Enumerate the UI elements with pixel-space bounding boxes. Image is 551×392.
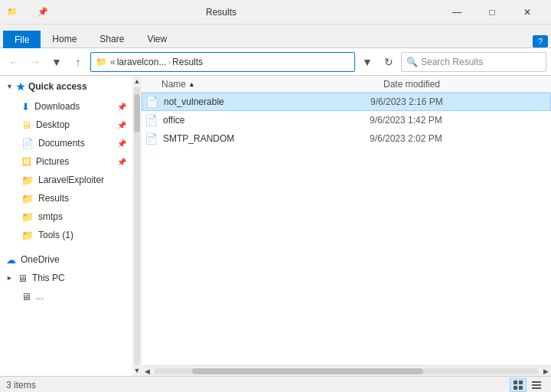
pictures-icon: 🖼 <box>21 156 31 168</box>
h-scroll-right[interactable]: ▶ <box>540 366 551 377</box>
sidebar-results-label: Results <box>38 193 69 204</box>
recent-locations-button[interactable]: ▼ <box>47 53 66 71</box>
results-icon: 📁 <box>21 193 34 204</box>
tab-file[interactable]: File <box>3 31 41 48</box>
col-header-date[interactable]: Date modified <box>380 76 548 92</box>
minimize-button[interactable]: — <box>439 0 474 24</box>
table-row[interactable]: 📄 office 9/6/2023 1:42 PM <box>142 111 551 129</box>
file-date-1: 9/6/2023 1:42 PM <box>370 115 548 126</box>
tab-view[interactable]: View <box>135 30 178 47</box>
sidebar-onedrive-label: OneDrive <box>21 254 60 265</box>
svg-rect-3 <box>519 386 523 390</box>
sidebar-pictures-label: Pictures <box>36 156 69 167</box>
file-date-2: 9/6/2023 2:02 PM <box>370 133 548 144</box>
sidebar-item-extra[interactable]: 🖥 ... <box>0 287 132 305</box>
sidebar-item-laravelexploiter[interactable]: 📁 LaravelExploiter <box>0 171 132 189</box>
sidebar-extra-label: ... <box>36 291 44 302</box>
address-dropdown-button[interactable]: ▼ <box>358 53 377 71</box>
back-button[interactable]: ← <box>5 53 23 71</box>
sidebar-item-desktop[interactable]: 🖥 Desktop 📌 <box>0 116 132 134</box>
table-row[interactable]: 📄 not_vulnerable 9/6/2023 2:16 PM <box>142 93 551 111</box>
file-pane: Name ▲ Date modified 📄 not_vulnerable 9/… <box>142 76 551 376</box>
sidebar-wrapper: ▼ ★ Quick access ⬇ Downloads 📌 🖥 Desktop… <box>0 76 142 376</box>
laravelexploiter-icon: 📁 <box>21 175 34 186</box>
svg-rect-0 <box>514 381 517 384</box>
sidebar-desktop-label: Desktop <box>36 119 70 130</box>
onedrive-icon: ☁ <box>6 254 16 266</box>
desktop-icon: 🖥 <box>21 119 31 131</box>
address-path[interactable]: 📁 « laravelcon... › Results <box>90 52 355 72</box>
svg-rect-4 <box>532 381 541 383</box>
smtps-icon: 📁 <box>21 211 34 223</box>
documents-icon: 📄 <box>21 138 34 149</box>
file-list: 📄 not_vulnerable 9/6/2023 2:16 PM 📄 offi… <box>142 93 551 365</box>
h-scroll-left[interactable]: ◀ <box>142 366 152 377</box>
tab-share[interactable]: Share <box>88 30 135 47</box>
svg-rect-6 <box>532 387 541 389</box>
grid-view-icon <box>513 380 523 390</box>
quick-access-header[interactable]: ▼ ★ Quick access <box>0 76 132 97</box>
file-date-0: 9/6/2023 2:16 PM <box>370 96 547 107</box>
file-icon-0: 📄 <box>145 96 159 108</box>
sidebar-item-smtps[interactable]: 📁 smtps <box>0 207 132 226</box>
status-item-count: 3 items <box>6 380 36 390</box>
pin-icon-documents: 📌 <box>117 139 126 148</box>
search-box[interactable]: 🔍 Search Results <box>401 52 546 72</box>
ribbon-tabs: File Home Share View ? <box>0 24 551 47</box>
file-name-2: SMTP_RANDOM <box>163 133 370 144</box>
refresh-button[interactable]: ↻ <box>380 53 398 71</box>
forward-button[interactable]: → <box>26 53 44 71</box>
sidebar-item-downloads[interactable]: ⬇ Downloads 📌 <box>0 97 132 116</box>
status-bar: 3 items <box>0 376 551 392</box>
downloads-icon: ⬇ <box>21 101 30 113</box>
h-scroll-thumb[interactable] <box>192 368 423 374</box>
sidebar-scroll-thumb[interactable] <box>134 94 140 132</box>
svg-rect-1 <box>519 381 523 384</box>
sidebar-smtps-label: smtps <box>38 211 63 222</box>
sidebar-documents-label: Documents <box>38 138 85 149</box>
sidebar-scroll-up[interactable]: ▲ <box>132 76 142 87</box>
sidebar-scroll-track <box>134 87 140 365</box>
address-separator: › <box>168 57 171 67</box>
tab-home[interactable]: Home <box>41 30 88 47</box>
close-button[interactable]: ✕ <box>510 0 545 24</box>
table-row[interactable]: 📄 SMTP_RANDOM 9/6/2023 2:02 PM <box>142 129 551 148</box>
sidebar-scrollbar[interactable]: ▲ ▼ <box>132 76 142 376</box>
horizontal-scrollbar[interactable]: ◀ ▶ <box>142 365 551 376</box>
view-icons-button[interactable] <box>510 378 527 392</box>
view-toggle-buttons <box>510 378 545 392</box>
quick-access-chevron: ▼ <box>6 83 13 90</box>
window-title: Results <box>3 7 439 18</box>
address-path-label2: Results <box>172 57 203 67</box>
sidebar-item-this-pc[interactable]: ► 🖥 This PC <box>0 269 132 287</box>
sidebar-scroll-down[interactable]: ▼ <box>132 365 142 376</box>
help-button[interactable]: ? <box>533 35 548 47</box>
sidebar-item-results[interactable]: 📁 Results <box>0 189 132 207</box>
maximize-button[interactable]: □ <box>474 0 510 24</box>
sidebar-item-onedrive[interactable]: ☁ OneDrive <box>0 250 132 269</box>
col-header-name[interactable]: Name ▲ <box>158 76 380 92</box>
address-path-label1: laravelcon... <box>117 57 167 67</box>
sort-arrow: ▲ <box>188 80 195 88</box>
search-icon: 🔍 <box>406 57 418 67</box>
sidebar-this-pc-label: This PC <box>32 273 65 283</box>
sidebar-item-pictures[interactable]: 🖼 Pictures 📌 <box>0 152 132 171</box>
file-icon-1: 📄 <box>145 114 158 126</box>
address-folder-icon: 📁 <box>96 57 107 67</box>
svg-rect-5 <box>532 384 541 386</box>
search-placeholder: Search Results <box>421 57 483 67</box>
pin-icon-pictures: 📌 <box>117 158 126 166</box>
h-scroll-track <box>154 368 539 374</box>
sidebar-item-tools[interactable]: 📁 Tools (1) <box>0 226 132 244</box>
svg-rect-2 <box>514 386 517 390</box>
extra-icon: 🖥 <box>21 291 31 302</box>
view-list-button[interactable] <box>528 378 545 392</box>
address-bar: ← → ▼ ↑ 📁 « laravelcon... › Results ▼ ↻ … <box>0 48 551 76</box>
pin-icon-desktop: 📌 <box>117 121 126 129</box>
quick-access-label: Quick access <box>28 81 87 92</box>
sidebar-item-documents[interactable]: 📄 Documents 📌 <box>0 134 132 152</box>
this-pc-icon: 🖥 <box>18 273 28 284</box>
sidebar-tools-label: Tools (1) <box>38 230 73 240</box>
up-button[interactable]: ↑ <box>69 53 87 71</box>
quick-access-icon: ★ <box>16 81 25 93</box>
